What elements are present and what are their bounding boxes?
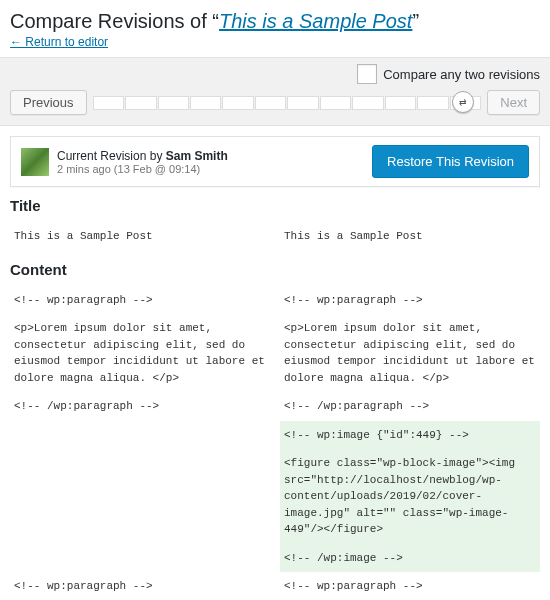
diff-cell-right: <!-- /wp:image -->: [280, 544, 540, 573]
next-button: Next: [487, 90, 540, 115]
title-diff: This is a Sample Post This is a Sample P…: [10, 222, 540, 251]
revision-author-line: Current Revision by Sam Smith: [57, 149, 364, 163]
title-right: This is a Sample Post: [280, 222, 540, 251]
tick: [158, 96, 189, 110]
tick: [255, 96, 286, 110]
previous-button[interactable]: Previous: [10, 90, 87, 115]
compare-two-checkbox[interactable]: [357, 64, 377, 84]
revision-time: 2 mins ago (13 Feb @ 09:14): [57, 163, 364, 175]
content-section-heading: Content: [10, 261, 540, 278]
diff-cell-left: <!-- wp:paragraph -->: [10, 286, 270, 315]
tick: [287, 96, 318, 110]
tick: [417, 96, 448, 110]
content-diff: <!-- wp:paragraph --><!-- wp:paragraph -…: [10, 286, 540, 601]
tick: [93, 96, 124, 110]
diff-cell-left: <!-- wp:paragraph -->: [10, 572, 270, 600]
return-to-editor-link[interactable]: ← Return to editor: [10, 35, 108, 49]
diff-cell-right: <!-- wp:paragraph -->: [280, 572, 540, 600]
title-section-heading: Title: [10, 197, 540, 214]
slider-handle[interactable]: ⇄: [452, 91, 474, 113]
diff-cell-right: <figure class="wp-block-image"><img src=…: [280, 449, 540, 544]
page-title: Compare Revisions of “This is a Sample P…: [10, 10, 540, 33]
avatar: [21, 148, 49, 176]
diff-cell-left: [10, 544, 270, 573]
tick: [222, 96, 253, 110]
compare-label: Compare Revisions of: [10, 10, 212, 32]
title-left: This is a Sample Post: [10, 222, 270, 251]
diff-cell-right: <!-- /wp:paragraph -->: [280, 392, 540, 421]
diff-cell-left: <!-- /wp:paragraph -->: [10, 392, 270, 421]
restore-revision-button[interactable]: Restore This Revision: [372, 145, 529, 178]
revision-controls-panel: Compare any two revisions Previous ⇄ Nex…: [0, 57, 550, 126]
post-title-link[interactable]: This is a Sample Post: [219, 10, 412, 32]
tick: [190, 96, 221, 110]
diff-cell-right: <!-- wp:image {"id":449} -->: [280, 421, 540, 450]
diff-cell-left: [10, 449, 270, 544]
diff-cell-left: [10, 421, 270, 450]
diff-cell-right: <!-- wp:paragraph -->: [280, 286, 540, 315]
author-name: Sam Smith: [166, 149, 228, 163]
compare-two-label: Compare any two revisions: [383, 67, 540, 82]
tick: [385, 96, 416, 110]
tick: [125, 96, 156, 110]
tick: [320, 96, 351, 110]
revision-meta-bar: Current Revision by Sam Smith 2 mins ago…: [10, 136, 540, 187]
tick: [352, 96, 383, 110]
revision-slider[interactable]: ⇄: [93, 92, 482, 114]
diff-cell-left: <p>Lorem ipsum dolor sit amet, consectet…: [10, 314, 270, 392]
diff-cell-right: <p>Lorem ipsum dolor sit amet, consectet…: [280, 314, 540, 392]
